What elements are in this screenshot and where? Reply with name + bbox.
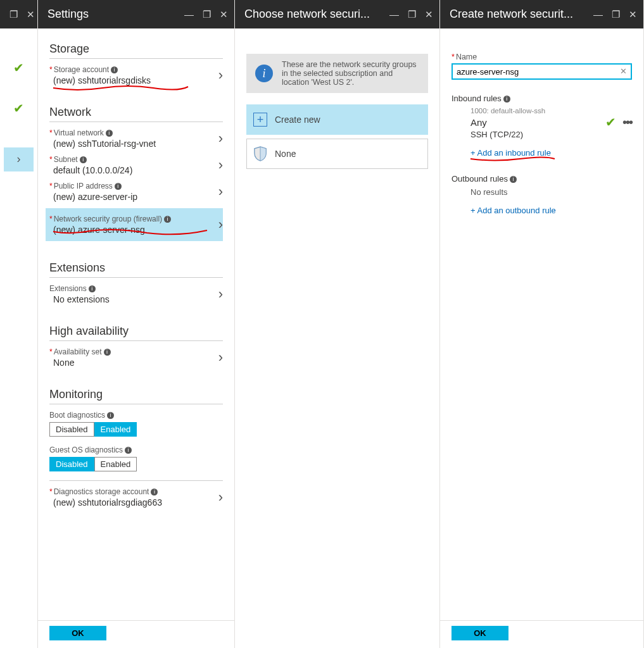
shield-icon xyxy=(253,146,267,161)
add-inbound-rule-link[interactable]: + Add an inbound rule xyxy=(470,148,551,158)
chevron-right-icon: › xyxy=(218,349,223,366)
diag-storage-row[interactable]: *Diagnostics storage accounti (new) ssht… xyxy=(49,487,223,508)
availability-set-value: None xyxy=(49,356,208,368)
virtual-network-value: (new) sshTutorial-rsg-vnet xyxy=(49,137,208,149)
check-icon: ✔ xyxy=(605,115,616,130)
nsg-row[interactable]: *Network security group (firewall)i (new… xyxy=(46,208,223,241)
info-icon[interactable]: i xyxy=(107,412,114,419)
inbound-rule[interactable]: 1000: default-allow-ssh Any ✔ ••• SSH (T… xyxy=(451,107,632,139)
ok-button[interactable]: OK xyxy=(49,626,106,640)
boot-diag-disabled[interactable]: Disabled xyxy=(49,422,94,437)
info-icon[interactable]: i xyxy=(164,216,171,223)
nsg-label: Network security group (firewall) xyxy=(54,215,162,223)
public-ip-label: Public IP address xyxy=(54,182,113,190)
chevron-right-icon: › xyxy=(218,157,223,173)
inbound-heading: Inbound rules xyxy=(451,94,502,103)
info-icon[interactable]: i xyxy=(510,176,517,183)
section-high-availability: High availability xyxy=(49,311,223,341)
info-icon[interactable]: i xyxy=(503,96,510,103)
create-new-option[interactable]: + Create new xyxy=(246,104,428,135)
more-icon[interactable]: ••• xyxy=(622,115,632,130)
section-monitoring: Monitoring xyxy=(49,374,223,404)
create-nsg-body: *Name ✕ Inbound rulesi 1000: default-all… xyxy=(440,28,643,648)
restore-icon[interactable]: ❐ xyxy=(203,9,211,20)
diag-storage-value: (new) sshtutorialrsgdiag663 xyxy=(49,496,208,508)
choose-nsg-blade: Choose network securi... — ❐ ✕ i These a… xyxy=(235,0,440,648)
info-icon[interactable]: i xyxy=(106,130,113,137)
rule-priority-name: 1000: default-allow-ssh xyxy=(470,107,632,115)
info-icon[interactable]: i xyxy=(151,489,158,495)
guest-diag-toggle[interactable]: Disabled Enabled xyxy=(49,457,223,471)
boot-diag-toggle[interactable]: Disabled Enabled xyxy=(49,422,223,437)
info-icon: i xyxy=(255,65,273,82)
boot-diag-enabled[interactable]: Enabled xyxy=(94,422,137,437)
settings-footer: OK xyxy=(38,620,234,648)
info-icon[interactable]: i xyxy=(125,447,132,454)
rule-source: Any xyxy=(470,117,487,128)
chevron-right-icon: › xyxy=(218,184,223,200)
minimize-icon[interactable]: — xyxy=(593,9,603,20)
availability-set-label: Availability set xyxy=(54,347,102,356)
settings-header: Settings — ❐ ✕ xyxy=(38,0,234,28)
blade-title: Settings xyxy=(47,8,184,21)
availability-set-row[interactable]: *Availability seti None › xyxy=(49,347,223,368)
rule-protocol: SSH (TCP/22) xyxy=(470,130,632,139)
no-results: No results xyxy=(451,187,632,197)
name-label: Name xyxy=(456,53,477,61)
info-icon[interactable]: i xyxy=(80,156,87,163)
info-icon[interactable]: i xyxy=(111,66,118,73)
public-ip-row[interactable]: *Public IP addressi (new) azure-server-i… xyxy=(49,182,223,202)
chevron-right-icon: › xyxy=(4,147,34,166)
settings-body: Storage *Storage accounti (new) sshtutor… xyxy=(38,28,234,648)
subnet-row[interactable]: *Subneti default (10.0.0.0/24) › xyxy=(49,155,223,175)
guest-diag-enabled[interactable]: Enabled xyxy=(94,457,137,471)
extensions-label: Extensions xyxy=(49,284,87,293)
section-extensions: Extensions xyxy=(49,247,223,278)
blade-title: Choose network securi... xyxy=(244,8,389,21)
restore-icon[interactable]: ❐ xyxy=(612,9,620,20)
stub-header: ❐ ✕ xyxy=(0,0,37,28)
boot-diag-label: Boot diagnostics xyxy=(49,411,105,420)
subnet-label: Subnet xyxy=(54,155,78,164)
diag-storage-label: Diagnostics storage account xyxy=(54,487,149,496)
close-icon[interactable]: ✕ xyxy=(425,9,433,20)
clear-icon[interactable]: ✕ xyxy=(620,66,627,76)
section-network: Network xyxy=(49,92,223,122)
info-text: These are the network security groups in… xyxy=(282,60,419,87)
active-step-highlight: › xyxy=(4,147,34,171)
storage-account-value: (new) sshtutorialrsgdisks xyxy=(49,74,208,85)
settings-blade: Settings — ❐ ✕ Storage *Storage accounti… xyxy=(38,0,235,648)
virtual-network-row[interactable]: *Virtual networki (new) sshTutorial-rsg-… xyxy=(49,128,223,149)
info-icon[interactable]: i xyxy=(104,349,111,356)
guest-diag-disabled[interactable]: Disabled xyxy=(49,457,94,471)
section-storage: Storage xyxy=(49,28,223,59)
create-nsg-header: Create network securit... — ❐ ✕ xyxy=(440,0,643,28)
blade-stub: ❐ ✕ ✔ ✔ › . xyxy=(0,0,38,648)
info-icon[interactable]: i xyxy=(89,285,96,292)
ok-button[interactable]: OK xyxy=(451,626,508,640)
name-input[interactable] xyxy=(451,63,632,80)
restore-icon[interactable]: ❐ xyxy=(9,9,18,20)
blade-title: Create network securit... xyxy=(450,8,593,21)
close-icon[interactable]: ✕ xyxy=(27,9,35,20)
add-outbound-rule-link[interactable]: + Add an outbound rule xyxy=(470,206,556,215)
chevron-right-icon: › xyxy=(218,216,223,233)
close-icon[interactable]: ✕ xyxy=(220,9,228,20)
check-icon: ✔ xyxy=(4,60,34,75)
extensions-row[interactable]: Extensionsi No extensions › xyxy=(49,284,223,304)
outbound-heading: Outbound rules xyxy=(451,174,508,184)
info-icon[interactable]: i xyxy=(115,183,122,190)
virtual-network-label: Virtual network xyxy=(54,128,104,137)
nsg-value: (new) azure-server-nsg xyxy=(49,223,208,235)
chevron-right-icon: › xyxy=(218,489,223,506)
create-nsg-blade: Create network securit... — ❐ ✕ *Name ✕ … xyxy=(440,0,644,648)
minimize-icon[interactable]: — xyxy=(184,9,194,20)
storage-account-row[interactable]: *Storage accounti (new) sshtutorialrsgdi… xyxy=(49,65,223,85)
restore-icon[interactable]: ❐ xyxy=(408,9,416,20)
close-icon[interactable]: ✕ xyxy=(629,9,637,20)
none-option[interactable]: None xyxy=(246,139,428,169)
extensions-value: No extensions xyxy=(49,293,208,304)
minimize-icon[interactable]: — xyxy=(389,9,399,20)
stub-body: ✔ ✔ › . xyxy=(0,28,37,648)
plus-icon: + xyxy=(253,113,267,127)
